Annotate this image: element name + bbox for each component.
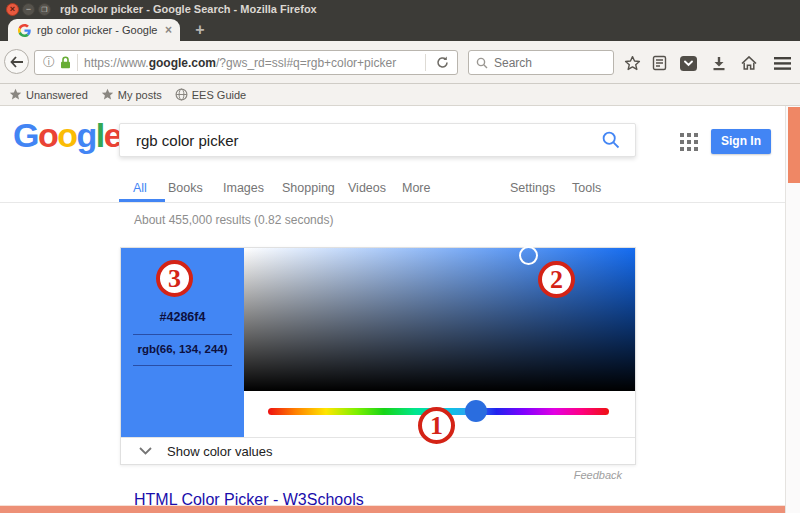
header-divider bbox=[0, 202, 785, 203]
home-icon[interactable] bbox=[738, 53, 760, 73]
tab-images[interactable]: Images bbox=[223, 181, 264, 195]
window-close-button[interactable]: × bbox=[6, 3, 19, 16]
downloads-icon[interactable] bbox=[708, 53, 730, 73]
google-search-input[interactable] bbox=[120, 132, 587, 149]
reload-icon[interactable] bbox=[436, 56, 449, 69]
google-logo[interactable]: Google bbox=[13, 116, 121, 155]
window-minimize-button[interactable]: − bbox=[22, 3, 35, 16]
navigation-toolbar: ⓘ https://www.google.com/?gws_rd=ssl#q=r… bbox=[0, 41, 800, 84]
saturation-value-gradient[interactable] bbox=[244, 248, 635, 391]
bookmark-label: EES Guide bbox=[192, 89, 246, 101]
tab-books[interactable]: Books bbox=[168, 181, 203, 195]
star-icon bbox=[101, 88, 114, 101]
google-apps-grid-icon[interactable] bbox=[680, 133, 699, 152]
settings-link[interactable]: Settings bbox=[510, 181, 555, 195]
results-stats: About 455,000 results (0.82 seconds) bbox=[134, 213, 333, 227]
search-icon bbox=[476, 57, 488, 69]
ssl-lock-icon[interactable] bbox=[60, 56, 71, 69]
sign-in-button[interactable]: Sign In bbox=[711, 129, 771, 154]
firefox-search-input[interactable] bbox=[494, 56, 594, 70]
scrollbar-track[interactable] bbox=[785, 106, 800, 513]
gradient-selector-marker[interactable] bbox=[519, 246, 538, 265]
tab-videos[interactable]: Videos bbox=[348, 181, 386, 195]
logo-letter: g bbox=[77, 116, 96, 154]
feedback-link[interactable]: Feedback bbox=[480, 469, 622, 481]
logo-letter: G bbox=[13, 116, 38, 154]
show-color-values-row[interactable]: Show color values bbox=[121, 437, 635, 464]
tab-close-icon[interactable]: × bbox=[165, 23, 172, 37]
urlbar-divider bbox=[425, 54, 426, 71]
chevron-down-icon bbox=[139, 447, 152, 455]
tab-more[interactable]: More bbox=[402, 181, 430, 195]
bookmarks-menu-icon[interactable] bbox=[648, 53, 670, 73]
back-arrow-icon bbox=[10, 56, 24, 68]
menu-hamburger-icon[interactable] bbox=[771, 53, 793, 73]
window-titlebar: × − ❐ rgb color picker - Google Search -… bbox=[0, 0, 800, 19]
show-color-values-label: Show color values bbox=[167, 444, 273, 459]
tab-bar: rgb color picker - Google × + bbox=[0, 19, 800, 41]
bookmark-item-my-posts[interactable]: My posts bbox=[101, 88, 162, 101]
page-info-icon[interactable]: ⓘ bbox=[43, 54, 55, 71]
window-maximize-button[interactable]: ❐ bbox=[38, 3, 51, 16]
tab-all[interactable]: All bbox=[133, 181, 147, 195]
annotation-circle-1: 1 bbox=[418, 407, 455, 444]
logo-letter: o bbox=[57, 116, 76, 154]
tab-shopping[interactable]: Shopping bbox=[282, 181, 335, 195]
hex-value: #4286f4 bbox=[121, 310, 244, 324]
bottom-band bbox=[0, 505, 785, 513]
star-icon bbox=[9, 88, 22, 101]
new-tab-button[interactable]: + bbox=[188, 19, 212, 41]
scrollbar-thumb[interactable] bbox=[788, 107, 800, 183]
tab-title: rgb color picker - Google bbox=[37, 24, 161, 36]
swatch-divider bbox=[133, 334, 232, 335]
google-search-box[interactable] bbox=[119, 123, 636, 157]
annotation-circle-3: 3 bbox=[156, 260, 193, 297]
bookmark-label: My posts bbox=[118, 89, 162, 101]
swatch-divider bbox=[133, 365, 232, 366]
tools-link[interactable]: Tools bbox=[572, 181, 601, 195]
pocket-icon[interactable] bbox=[677, 53, 699, 73]
logo-letter: l bbox=[96, 116, 104, 154]
bookmark-star-icon[interactable] bbox=[621, 53, 643, 73]
annotation-circle-2: 2 bbox=[538, 261, 575, 298]
window-title: rgb color picker - Google Search - Mozil… bbox=[60, 0, 317, 19]
hue-slider-thumb[interactable] bbox=[465, 400, 487, 422]
urlbar-divider bbox=[77, 54, 78, 71]
url-bar[interactable]: ⓘ https://www.google.com/?gws_rd=ssl#q=r… bbox=[34, 50, 458, 75]
back-button[interactable] bbox=[4, 49, 29, 74]
color-picker-card: #4286f4 rgb(66, 134, 244) Show color val… bbox=[120, 247, 636, 465]
bookmarks-toolbar: Unanswered My posts EES Guide bbox=[0, 84, 800, 106]
bookmark-item-ees-guide[interactable]: EES Guide bbox=[175, 88, 246, 101]
bookmark-label: Unanswered bbox=[26, 89, 88, 101]
browser-tab[interactable]: rgb color picker - Google × bbox=[8, 19, 180, 41]
globe-icon bbox=[175, 88, 188, 101]
google-favicon-icon bbox=[18, 24, 31, 37]
google-search-button[interactable] bbox=[587, 131, 635, 149]
firefox-search-bar[interactable] bbox=[468, 50, 614, 75]
firefox-window: × − ❐ rgb color picker - Google Search -… bbox=[0, 0, 800, 513]
url-text[interactable]: https://www.google.com/?gws_rd=ssl#q=rgb… bbox=[84, 56, 419, 70]
bookmark-item-unanswered[interactable]: Unanswered bbox=[9, 88, 88, 101]
rgb-value: rgb(66, 134, 244) bbox=[121, 343, 244, 355]
logo-letter: o bbox=[38, 116, 57, 154]
